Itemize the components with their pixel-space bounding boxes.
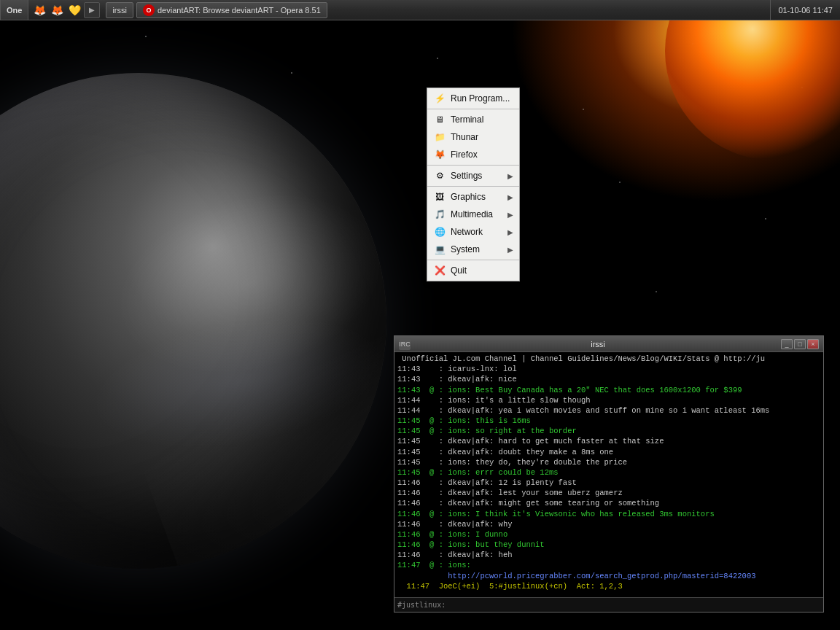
menu-item-quit-label: Quit (451, 265, 467, 276)
terminal-icon: 🖥 (433, 113, 446, 126)
terminal-taskbar-icon[interactable]: ▶ (84, 2, 100, 18)
maximize-button[interactable]: □ (794, 339, 806, 349)
menu-item-graphics-label: Graphics (451, 192, 486, 202)
window-controls: _ □ × (781, 339, 819, 349)
thunar-icon: 📁 (433, 131, 446, 144)
system-arrow-icon: ▶ (508, 246, 513, 254)
irc-input-bar: #justlinux: (394, 597, 823, 612)
multimedia-arrow-icon: ▶ (508, 211, 513, 219)
menu-item-network-label: Network (451, 227, 483, 237)
menu-separator-3 (427, 186, 519, 187)
menu-item-terminal-label: Terminal (451, 114, 483, 125)
fox-icon[interactable]: 🦊 (49, 2, 65, 18)
multimedia-icon: 🎵 (433, 208, 446, 221)
network-icon: 🌐 (433, 225, 446, 238)
irc-window-title: irssi (415, 340, 781, 349)
irc-titlebar: IRC irssi _ □ × (394, 336, 823, 352)
menu-item-firefox[interactable]: 🦊 Firefox (427, 146, 519, 163)
menu-item-quit[interactable]: ❌ Quit (427, 262, 519, 279)
menu-item-firefox-label: Firefox (451, 149, 478, 160)
menu-item-multimedia-label: Multimedia (451, 209, 493, 219)
workspace-button[interactable]: One (0, 0, 28, 20)
taskbar-clock: 01-10-06 11:47 (770, 0, 840, 20)
settings-icon: ⚙ (433, 169, 446, 182)
irc-text-area: Unofficial JL.com Channel | Channel Guid… (397, 354, 820, 591)
irssi-window-label: irssi (112, 6, 127, 15)
menu-item-graphics[interactable]: 🖼 Graphics ▶ (427, 188, 519, 206)
run-program-icon: ⚡ (433, 92, 446, 105)
menu-item-run-program-label: Run Program... (451, 93, 510, 104)
minimize-button[interactable]: _ (781, 339, 793, 349)
graphics-icon: 🖼 (433, 190, 446, 203)
irc-channel-label: #justlinux: (397, 601, 446, 609)
menu-item-network[interactable]: 🌐 Network ▶ (427, 223, 519, 241)
irc-content: Unofficial JL.com Channel | Channel Guid… (394, 352, 823, 597)
settings-arrow-icon: ▶ (508, 172, 513, 180)
irssi-taskbar-button[interactable]: irssi (106, 2, 133, 18)
menu-separator-2 (427, 165, 519, 166)
taskbar-quick-launch: 🦊 🦊 💛 ▶ (28, 0, 103, 20)
menu-item-settings-label: Settings (451, 171, 482, 181)
context-menu: ⚡ Run Program... 🖥 Terminal 📁 Thunar 🦊 F… (427, 88, 520, 281)
xfce-icon[interactable]: 🦊 (31, 2, 47, 18)
opera-window-label: deviantART: Browse deviantART - Opera 8.… (158, 6, 321, 15)
menu-separator-1 (427, 109, 519, 109)
menu-item-multimedia[interactable]: 🎵 Multimedia ▶ (427, 206, 519, 223)
desktop: One 🦊 🦊 💛 ▶ irssi O deviantART: Browse d… (0, 0, 840, 630)
system-icon: 💻 (433, 243, 446, 256)
close-button[interactable]: × (807, 339, 819, 349)
taskbar: One 🦊 🦊 💛 ▶ irssi O deviantART: Browse d… (0, 0, 840, 20)
menu-item-settings[interactable]: ⚙ Settings ▶ (427, 167, 519, 184)
menu-separator-4 (427, 260, 519, 260)
menu-item-terminal[interactable]: 🖥 Terminal (427, 111, 519, 128)
apps-icon[interactable]: 💛 (66, 2, 82, 18)
menu-item-system-label: System (451, 244, 480, 254)
menu-item-thunar-label: Thunar (451, 132, 478, 142)
menu-item-thunar[interactable]: 📁 Thunar (427, 128, 519, 146)
firefox-icon: 🦊 (433, 148, 446, 161)
irc-input-field[interactable] (446, 601, 820, 609)
irc-window-icon: IRC (399, 338, 411, 350)
menu-item-system[interactable]: 💻 System ▶ (427, 241, 519, 258)
quit-icon: ❌ (433, 264, 446, 277)
irc-window: IRC irssi _ □ × Unofficial JL.com Channe… (394, 335, 824, 612)
menu-item-run-program[interactable]: ⚡ Run Program... (427, 90, 519, 107)
opera-taskbar-button[interactable]: O deviantART: Browse deviantART - Opera … (136, 2, 327, 18)
opera-icon: O (143, 4, 155, 16)
network-arrow-icon: ▶ (508, 228, 513, 236)
graphics-arrow-icon: ▶ (508, 193, 513, 201)
